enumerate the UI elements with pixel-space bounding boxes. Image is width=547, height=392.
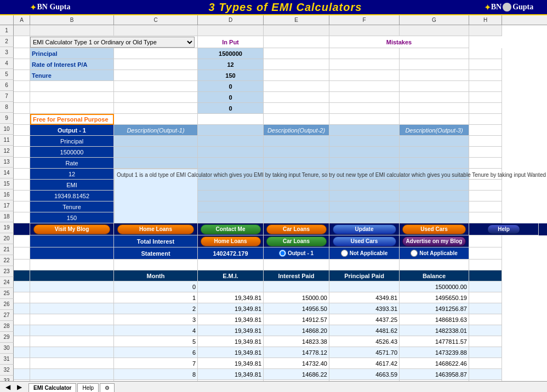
cell-a9 — [14, 114, 30, 125]
cell-d18 — [198, 212, 264, 223]
grid-row-7: 0 — [14, 92, 547, 103]
cell-emi-3: 19,349.81 — [198, 314, 264, 325]
col-g-header: G — [400, 15, 469, 25]
cell-e2 — [264, 36, 329, 48]
cell-c10-desc1: Description(Output-1) — [114, 125, 198, 136]
logo-left-text: BN Gupta — [37, 3, 70, 11]
grid-row-6: 0 — [14, 81, 547, 92]
cell-h4 — [469, 59, 502, 70]
sheet-tab-help[interactable]: Help — [77, 383, 99, 392]
not-applicable2-radio[interactable] — [411, 250, 418, 257]
cell-g15 — [400, 180, 469, 191]
cell-b19: Visit My Blog — [30, 223, 114, 235]
cell-e11 — [264, 136, 329, 147]
cell-b-row1 — [30, 292, 114, 303]
sheet-tab-settings[interactable]: ⚙ — [100, 383, 115, 392]
cell-c9 — [114, 114, 198, 125]
row-num-27: 27 — [0, 310, 14, 321]
row-num-19: 19 — [0, 222, 14, 233]
cell-g17 — [400, 201, 469, 212]
used-cars-button[interactable]: Used Cars — [402, 224, 466, 234]
sheet-nav-left[interactable]: ◀ — [2, 382, 14, 392]
cell-h11 — [469, 136, 502, 147]
row-num-17: 17 — [0, 200, 14, 211]
cell-b15-emi-label: EMI — [30, 180, 114, 191]
cell-h7 — [469, 92, 502, 103]
cell-f22 — [329, 260, 400, 270]
calculator-type-dropdown[interactable]: EMI Calculator Type 1 or Ordinary or Old… — [30, 37, 195, 48]
cell-c8 — [114, 103, 198, 114]
cell-d22 — [198, 260, 264, 270]
sheet-tabs: ◀ ▶ EMI Calculator Help ⚙ — [0, 381, 547, 392]
cell-h-row8 — [469, 369, 502, 380]
grid-row-1 — [14, 25, 547, 36]
sheet-nav-right[interactable]: ▶ — [14, 382, 25, 392]
not-applicable1-radio[interactable] — [341, 250, 348, 257]
col-balance-header: Balance — [400, 270, 469, 281]
cell-f1 — [329, 25, 400, 36]
not-applicable1-radio-group: Not Applicable — [341, 250, 388, 257]
cell-b7 — [30, 92, 114, 103]
home-loans-button[interactable]: Home Loans — [117, 224, 194, 234]
grid-row-14: 12 Output 1 is a old type of EMI Calcula… — [14, 169, 547, 180]
cell-a13 — [14, 158, 30, 169]
sheet-tab-emi[interactable]: EMI Calculator — [29, 383, 76, 392]
cell-b14-rate-val: 12 — [30, 169, 114, 180]
cell-b8 — [30, 103, 114, 114]
cell-e22 — [264, 260, 329, 270]
logo-right-text: BN Gupta — [491, 3, 534, 11]
home-loans-button2[interactable]: Home Loans — [201, 237, 261, 246]
cell-f15 — [329, 180, 400, 191]
cell-b4-rate: Rate of Interest P/A — [30, 59, 114, 70]
advertise-button[interactable]: Advertise on my Blog — [402, 237, 466, 246]
cell-a11 — [14, 136, 30, 147]
cell-h20 — [469, 235, 502, 247]
used-cars-button2[interactable]: Used Cars — [333, 237, 396, 246]
cell-principal-paid-2: 4393.31 — [329, 303, 400, 314]
cell-b12-val: 1500000 — [30, 147, 114, 158]
cell-c20-total-interest: Total Interest — [114, 235, 198, 247]
cell-g19: Used Cars — [400, 223, 469, 235]
cell-d17 — [198, 201, 264, 212]
cell-g11 — [400, 136, 469, 147]
visit-blog-button[interactable]: Visit My Blog — [33, 224, 110, 234]
output1-radio-label: Output - 1 — [288, 250, 314, 256]
cell-h23 — [469, 270, 502, 281]
cell-b-row5 — [30, 336, 114, 347]
cell-h22 — [469, 260, 502, 270]
row-num-2: 2 — [0, 36, 14, 47]
cell-d8-value: 0 — [198, 103, 264, 114]
contact-me-button[interactable]: Contact Me — [201, 224, 261, 234]
cell-f6 — [329, 81, 400, 92]
cell-balance-0: 1500000.00 — [400, 281, 469, 292]
logo-right: ✦ BN Gupta — [470, 2, 547, 13]
cell-c13 — [114, 158, 198, 169]
cell-g13 — [400, 158, 469, 169]
help-button[interactable]: Help — [487, 224, 520, 234]
grid-row-3: Principal 1500000 — [14, 48, 547, 59]
cell-h3 — [469, 48, 502, 59]
cell-emi-7: 19,349.81 — [198, 358, 264, 369]
output1-radio[interactable] — [279, 250, 286, 257]
cell-e21-radio: Output - 1 — [264, 247, 329, 260]
cell-g10-desc3: Description(Output-3) — [400, 125, 469, 136]
cell-g18 — [400, 212, 469, 223]
cell-b11: Principal — [30, 136, 114, 147]
cell-c3 — [114, 48, 198, 59]
cell-g8 — [400, 103, 469, 114]
grid-row-15: EMI — [14, 180, 547, 191]
cell-a-row0 — [14, 281, 30, 292]
update-button[interactable]: Update — [333, 224, 396, 234]
cell-b16-emi-val: 19349.81452 — [30, 191, 114, 201]
row-num-7: 7 — [0, 91, 14, 102]
data-row-0: 0 1500000.00 — [14, 281, 547, 292]
car-loans-button2[interactable]: Car Loans — [266, 237, 327, 246]
cell-f11 — [329, 136, 400, 147]
cell-h8 — [469, 103, 502, 114]
car-loans-button[interactable]: Car Loans — [266, 224, 327, 234]
data-rows-container: 0 1500000.00 1 19,349.81 15000.00 4349.8… — [14, 281, 547, 381]
cell-g20: Advertise on my Blog — [400, 235, 469, 247]
row-num-25: 25 — [0, 288, 14, 299]
cell-e10-desc2: Description(Output-2) — [264, 125, 329, 136]
cell-c6 — [114, 81, 198, 92]
